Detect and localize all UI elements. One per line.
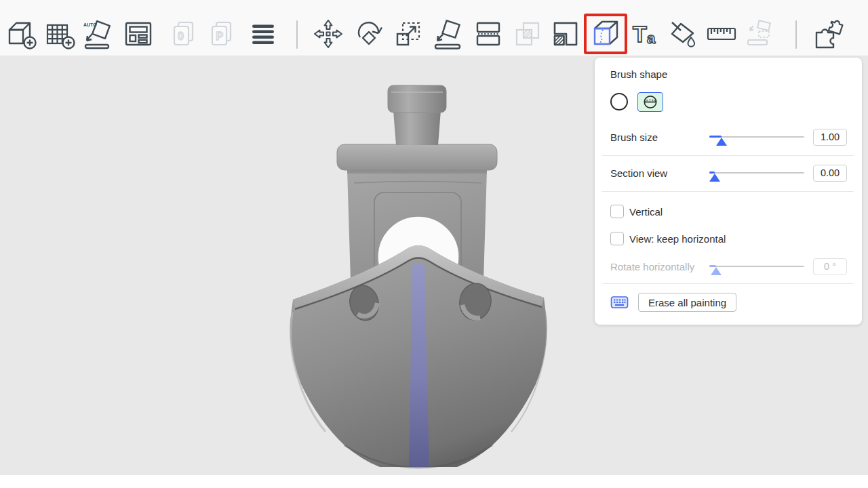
brush-size-row: Brush size 1.00	[610, 128, 847, 146]
assembly-button[interactable]	[811, 18, 844, 50]
svg-text:T: T	[633, 21, 647, 47]
erase-row: Erase all painting	[610, 293, 847, 312]
section-view-label: Section view	[610, 167, 709, 179]
svg-text:0: 0	[178, 30, 184, 42]
add-plate-icon	[43, 18, 76, 50]
svg-text:P: P	[216, 30, 224, 42]
brush-size-slider[interactable]	[709, 131, 804, 143]
scale-icon	[392, 18, 425, 50]
active-tool-highlight	[584, 14, 627, 54]
split-icon	[472, 18, 505, 50]
document-0-icon: 0	[168, 18, 201, 50]
arrange-icon	[122, 18, 155, 50]
brush-size-value[interactable]: 1.00	[813, 129, 847, 146]
brush-shape-label: Brush shape	[610, 68, 847, 82]
fill-region-button[interactable]	[549, 18, 582, 50]
keep-horizontal-checkbox[interactable]	[610, 232, 624, 245]
vertical-checkbox-row: Vertical	[610, 204, 847, 219]
section-view-slider[interactable]	[709, 167, 804, 179]
layers-icon	[247, 18, 279, 50]
rotate-horizontally-row: Rotate horizontally 0 °	[610, 258, 847, 275]
erase-all-painting-button[interactable]: Erase all painting	[638, 293, 736, 312]
section-view-value[interactable]: 0.00	[813, 165, 847, 182]
support-painting-icon	[743, 18, 776, 50]
rotate-button[interactable]	[353, 18, 385, 50]
divider	[602, 283, 854, 284]
sphere-icon	[642, 95, 658, 109]
text-tool-icon: T a	[631, 18, 663, 50]
slider-thumb	[711, 267, 722, 275]
auto-orient-icon: AUTO	[81, 18, 114, 50]
brush-shape-circle-option[interactable]	[610, 93, 628, 110]
fill-region-icon	[549, 18, 582, 50]
rotate-horizontally-label: Rotate horizontally	[610, 261, 709, 272]
brush-size-label: Brush size	[610, 131, 709, 143]
divider	[602, 191, 854, 192]
support-painting-button[interactable]	[743, 18, 776, 50]
brush-shape-sphere-option[interactable]	[637, 92, 663, 112]
add-plate-button[interactable]	[43, 18, 76, 50]
split-button[interactable]	[472, 18, 505, 50]
vertical-checkbox[interactable]	[610, 205, 624, 218]
text-tool-button[interactable]: T a	[631, 18, 663, 50]
merge-button[interactable]	[511, 18, 544, 50]
toolbar-separator	[795, 20, 797, 49]
divider	[602, 155, 854, 156]
scale-button[interactable]	[392, 18, 425, 50]
add-object-button[interactable]	[5, 18, 38, 50]
document-p-button[interactable]: P	[206, 18, 239, 50]
merge-icon	[511, 18, 544, 50]
vertical-label: Vertical	[629, 206, 663, 218]
layers-button[interactable]	[247, 18, 279, 50]
lay-on-face-button[interactable]	[431, 18, 464, 50]
section-view-row: Section view 0.00	[610, 164, 847, 182]
toolbar-separator	[296, 20, 298, 49]
keyboard-shortcut-icon	[610, 295, 629, 310]
main-toolbar: AUTO 0 P	[0, 0, 868, 56]
brush-shape-options	[610, 90, 847, 113]
document-0-button[interactable]: 0	[168, 18, 201, 50]
keep-horizontal-checkbox-row: View: keep horizontal	[610, 231, 847, 246]
svg-text:a: a	[647, 30, 656, 47]
document-p-icon: P	[206, 18, 239, 50]
rotate-horizontally-value: 0 °	[813, 258, 847, 275]
rotate-icon	[353, 18, 385, 50]
lay-on-face-icon	[431, 18, 464, 50]
slider-track	[709, 266, 804, 267]
slider-thumb[interactable]	[709, 174, 720, 182]
add-cube-icon	[5, 18, 38, 50]
rotate-horizontally-slider	[709, 260, 804, 272]
slider-track[interactable]	[709, 172, 804, 174]
color-painting-icon	[666, 18, 698, 50]
measure-button[interactable]	[705, 18, 738, 50]
assembly-icon	[811, 18, 844, 50]
arrange-button[interactable]	[122, 18, 155, 50]
move-icon	[312, 18, 344, 50]
keep-horizontal-label: View: keep horizontal	[629, 233, 726, 245]
move-button[interactable]	[312, 18, 344, 50]
slider-thumb[interactable]	[716, 138, 727, 146]
measure-icon	[705, 18, 738, 50]
seam-painting-panel: Brush shape Brush size 1.00 Section view…	[595, 58, 862, 325]
color-painting-button[interactable]	[666, 18, 698, 50]
auto-orient-button[interactable]: AUTO	[81, 18, 114, 50]
